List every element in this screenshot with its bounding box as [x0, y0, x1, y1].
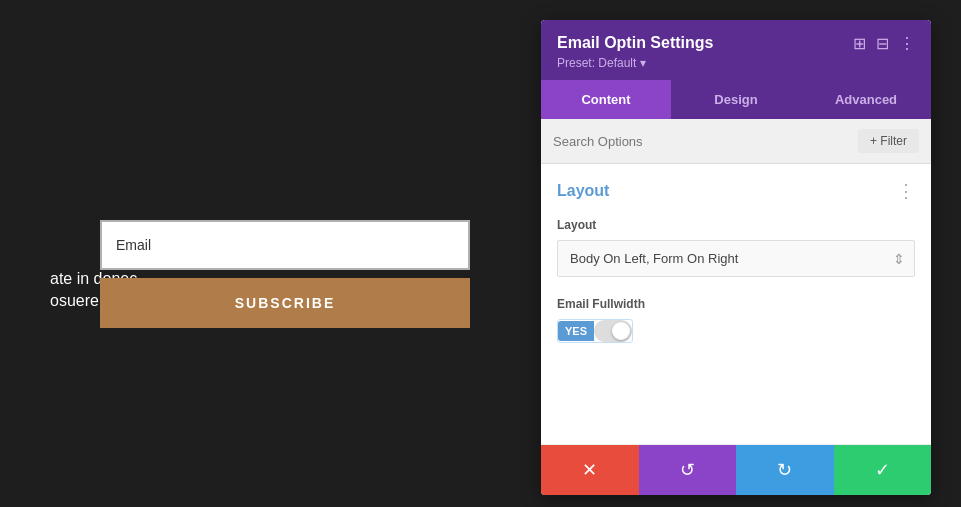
tab-design[interactable]: Design — [671, 80, 801, 119]
panel-footer: ✕ ↺ ↻ ✓ — [541, 444, 931, 495]
tab-advanced[interactable]: Advanced — [801, 80, 931, 119]
filter-button[interactable]: + Filter — [858, 129, 919, 153]
panel-header-icons: ⊞ ⊟ ⋮ — [853, 36, 915, 52]
panel-header-left: Email Optin Settings Preset: Default ▾ — [557, 34, 853, 70]
search-bar: + Filter — [541, 119, 931, 164]
panel-body: Layout ⋮ Layout Body On Left, Form On Ri… — [541, 164, 931, 444]
email-input-label: Email — [116, 237, 151, 253]
section-menu-icon[interactable]: ⋮ — [897, 180, 915, 202]
layout-section-header: Layout ⋮ — [557, 180, 915, 202]
expand-icon[interactable]: ⊞ — [853, 36, 866, 52]
toggle-knob — [612, 322, 630, 340]
search-input[interactable] — [553, 134, 858, 149]
email-fullwidth-label: Email Fullwidth — [557, 297, 915, 311]
layout-select[interactable]: Body On Left, Form On Right Body On Righ… — [557, 240, 915, 277]
panel-title: Email Optin Settings — [557, 34, 853, 52]
layout-section-title: Layout — [557, 182, 609, 200]
panel-tabs: Content Design Advanced — [541, 80, 931, 119]
cancel-button[interactable]: ✕ — [541, 445, 639, 495]
panel-preset[interactable]: Preset: Default ▾ — [557, 56, 853, 70]
toggle-container[interactable]: YES — [557, 319, 633, 343]
email-input-wrapper[interactable]: Email — [100, 220, 470, 270]
panel-header: Email Optin Settings Preset: Default ▾ ⊞… — [541, 20, 931, 80]
redo-button[interactable]: ↻ — [736, 445, 834, 495]
layout-select-wrapper: Body On Left, Form On Right Body On Righ… — [557, 240, 915, 277]
settings-panel: Email Optin Settings Preset: Default ▾ ⊞… — [541, 20, 931, 495]
more-options-icon[interactable]: ⋮ — [899, 36, 915, 52]
undo-button[interactable]: ↺ — [639, 445, 737, 495]
tab-content[interactable]: Content — [541, 80, 671, 119]
email-fullwidth-toggle-row: YES — [557, 319, 915, 343]
toggle-switch[interactable] — [594, 320, 632, 342]
confirm-button[interactable]: ✓ — [834, 445, 932, 495]
layout-field-label: Layout — [557, 218, 915, 232]
subscribe-button[interactable]: SUBSCRIBE — [100, 278, 470, 328]
toggle-yes-label: YES — [558, 321, 594, 341]
columns-icon[interactable]: ⊟ — [876, 36, 889, 52]
email-form: Email SUBSCRIBE — [100, 220, 470, 328]
